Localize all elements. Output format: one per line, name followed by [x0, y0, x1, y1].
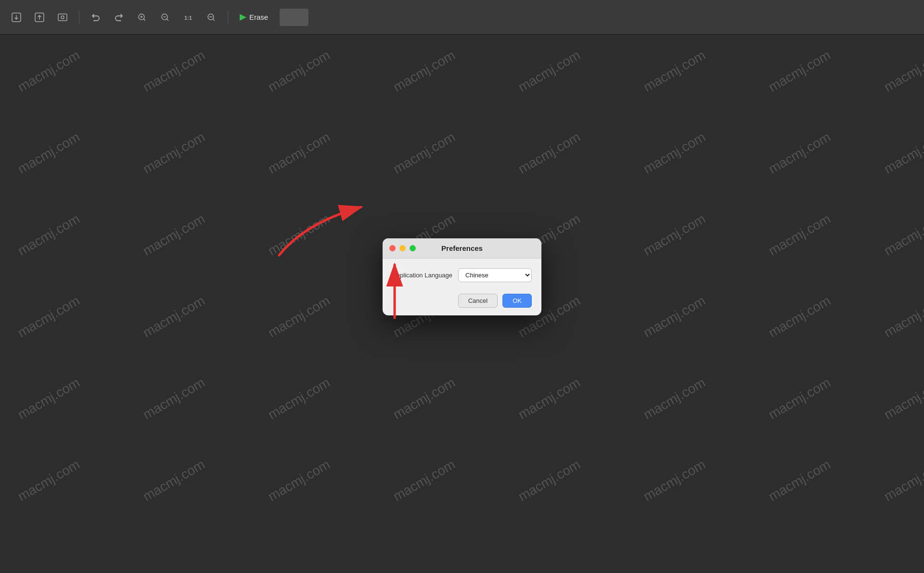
ok-button[interactable]: OK: [502, 294, 532, 308]
language-row: Application Language English Chinese Jap…: [392, 268, 532, 282]
dialog-overlay: Preferences Application Language English…: [0, 0, 924, 573]
preferences-dialog: Preferences Application Language English…: [383, 238, 541, 315]
cancel-button[interactable]: Cancel: [458, 294, 498, 308]
dialog-titlebar: Preferences: [383, 238, 541, 259]
language-select[interactable]: English Chinese Japanese French German: [458, 268, 532, 282]
dialog-body: Application Language English Chinese Jap…: [383, 259, 541, 315]
window-controls: [389, 245, 416, 251]
close-button[interactable]: [389, 245, 396, 251]
maximize-button[interactable]: [410, 245, 416, 251]
minimize-button[interactable]: [399, 245, 406, 251]
dialog-buttons: Cancel OK: [392, 292, 532, 308]
language-label: Application Language: [392, 272, 452, 279]
dialog-title: Preferences: [441, 244, 483, 252]
